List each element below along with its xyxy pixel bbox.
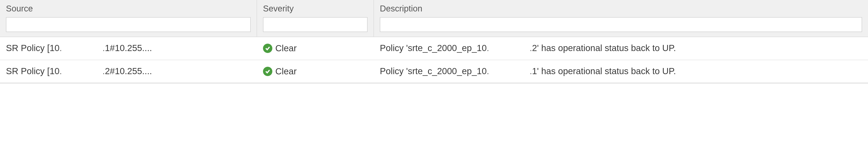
desc-prefix: Policy 'srte_c_2000_ep_10. (380, 66, 489, 76)
table-header-row: Source Severity Description (0, 0, 868, 37)
cell-description: Policy 'srte_c_2000_ep_10.███.███.1' has… (374, 60, 868, 83)
redacted-text: ███.███ (489, 67, 530, 77)
checkmark-circle-icon (263, 67, 272, 76)
source-prefix: SR Policy [10. (6, 43, 62, 53)
column-header-severity: Severity (257, 0, 374, 37)
cell-source: SR Policy [10.███.███.2#10.255.... (0, 60, 257, 83)
cell-source: SR Policy [10.███.███.1#10.255.... (0, 37, 257, 60)
column-label-severity: Severity (263, 4, 368, 13)
cell-severity: Clear (257, 37, 374, 59)
alarms-table: Source Severity Description SR Policy [1… (0, 0, 868, 83)
table-row[interactable]: SR Policy [10.███.███.2#10.255.... Clear… (0, 60, 868, 83)
filter-input-description[interactable] (380, 17, 862, 32)
column-header-source: Source (0, 0, 257, 37)
table-row[interactable]: SR Policy [10.███.███.1#10.255.... Clear… (0, 37, 868, 60)
severity-label: Clear (275, 66, 297, 76)
desc-suffix: .1' has operational status back to UP. (530, 66, 676, 76)
checkmark-circle-icon (263, 44, 272, 53)
severity-label: Clear (275, 43, 297, 53)
desc-prefix: Policy 'srte_c_2000_ep_10. (380, 43, 489, 53)
source-suffix: .1#10.255.... (102, 43, 152, 53)
cell-severity: Clear (257, 61, 374, 82)
redacted-text: ███.███ (489, 44, 530, 54)
column-label-source: Source (6, 4, 251, 13)
source-prefix: SR Policy [10. (6, 66, 62, 76)
desc-suffix: .2' has operational status back to UP. (530, 43, 676, 53)
column-label-description: Description (380, 4, 862, 13)
column-header-description: Description (374, 0, 868, 37)
cell-description: Policy 'srte_c_2000_ep_10.███.███.2' has… (374, 37, 868, 60)
filter-input-source[interactable] (6, 17, 251, 32)
source-suffix: .2#10.255.... (102, 66, 152, 76)
redacted-text: ███.███ (62, 67, 102, 77)
filter-input-severity[interactable] (263, 17, 368, 32)
redacted-text: ███.███ (62, 44, 102, 54)
